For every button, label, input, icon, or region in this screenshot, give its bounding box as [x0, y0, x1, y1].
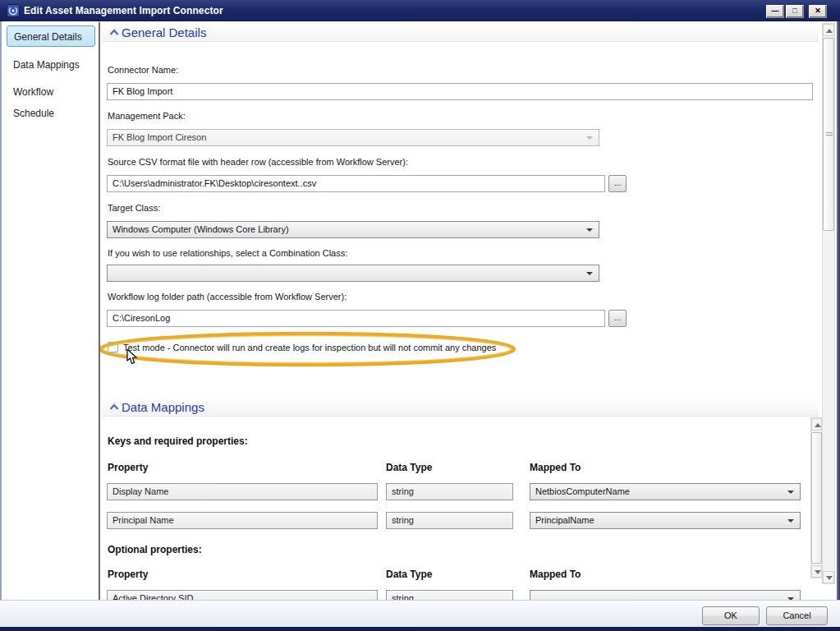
app-icon — [7, 4, 20, 17]
connector-name-label: Connector Name: — [108, 65, 178, 75]
dropdown-arrow-icon — [586, 136, 593, 140]
source-csv-label: Source CSV format file with header row (… — [108, 157, 408, 167]
data-mappings-scrollbar[interactable] — [810, 417, 823, 578]
optional-properties-label: Optional properties: — [108, 544, 202, 555]
scroll-down-icon[interactable] — [823, 571, 834, 583]
management-pack-dropdown: FK Blog Import Cireson — [107, 129, 599, 146]
main-content: General Details Connector Name: FK Blog … — [100, 22, 837, 600]
test-mode-label[interactable]: Test mode - Connector will run and creat… — [123, 343, 496, 352]
title-bar[interactable]: Edit Asset Management Import Connector —… — [0, 0, 840, 21]
workflow-log-label: Workflow log folder path (accessible fro… — [108, 292, 347, 302]
connector-name-input[interactable]: FK Blog Import — [107, 83, 813, 100]
dropdown-arrow-icon — [787, 519, 794, 523]
column-header-mappedto: Mapped To — [530, 462, 581, 473]
general-details-section-header[interactable]: General Details — [102, 23, 819, 42]
property-field: Display Name — [107, 483, 378, 500]
window-border-bottom — [0, 627, 840, 631]
column-header-property: Property — [108, 462, 148, 473]
keys-required-label: Keys and required properties: — [108, 435, 248, 447]
sidebar: General Details Data Mappings Workflow S… — [2, 22, 99, 600]
scrollbar-thumb[interactable] — [811, 432, 822, 564]
scroll-up-icon[interactable] — [823, 24, 834, 36]
datatype-field: string — [386, 590, 513, 600]
section-title: General Details — [122, 25, 206, 39]
window-title: Edit Asset Management Import Connector — [24, 5, 223, 16]
mapped-to-dropdown[interactable]: NetbiosComputerName — [530, 483, 801, 500]
column-header-mappedto: Mapped To — [530, 569, 581, 580]
column-header-datatype: Data Type — [386, 569, 432, 580]
column-header-property: Property — [108, 569, 148, 580]
data-mappings-section-header[interactable]: Data Mappings — [102, 398, 819, 417]
sidebar-item-data-mappings[interactable]: Data Mappings — [7, 54, 95, 76]
sidebar-item-workflow-schedule[interactable]: Workflow Schedule — [7, 81, 95, 103]
property-field: Active Directory SID — [107, 590, 378, 600]
combination-class-dropdown[interactable] — [107, 265, 599, 282]
datatype-field: string — [386, 483, 513, 500]
management-pack-label: Management Pack: — [108, 111, 186, 121]
minimize-button[interactable]: — — [766, 5, 784, 18]
scroll-down-icon[interactable] — [811, 565, 822, 578]
collapse-chevron-icon[interactable] — [109, 29, 119, 36]
combination-class-label: If you wish to use relationships, select… — [108, 248, 347, 258]
footer-bar: OK Cancel — [0, 600, 840, 627]
workflow-log-input[interactable]: C:\CiresonLog — [107, 310, 605, 327]
scroll-up-icon[interactable] — [811, 418, 822, 431]
column-header-datatype: Data Type — [386, 462, 432, 473]
dropdown-arrow-icon — [586, 272, 593, 275]
cancel-button[interactable]: Cancel — [766, 606, 828, 625]
dialog-window: Edit Asset Management Import Connector —… — [0, 0, 840, 631]
workflow-log-browse-button[interactable]: ... — [608, 310, 627, 327]
close-button[interactable]: ✕ — [809, 5, 827, 18]
sidebar-item-general-details[interactable]: General Details — [7, 25, 95, 47]
section-title: Data Mappings — [122, 400, 204, 414]
target-class-label: Target Class: — [108, 203, 160, 213]
source-csv-browse-button[interactable]: ... — [608, 175, 627, 192]
dropdown-arrow-icon — [586, 228, 593, 232]
mapped-to-dropdown[interactable] — [530, 590, 801, 600]
ok-button[interactable]: OK — [702, 606, 760, 625]
property-field: Principal Name — [107, 512, 378, 529]
window-border-right — [837, 21, 840, 627]
mapped-to-dropdown[interactable]: PrincipalName — [530, 512, 801, 529]
target-class-dropdown[interactable]: Windows Computer (Windows Core Library) — [107, 221, 599, 238]
dropdown-arrow-icon — [787, 491, 794, 494]
datatype-field: string — [386, 512, 513, 529]
scrollbar-thumb[interactable] — [823, 38, 834, 231]
source-csv-input[interactable]: C:\Users\administrator.FK\Desktop\cireso… — [107, 175, 605, 192]
general-details-scrollbar[interactable] — [822, 23, 835, 584]
collapse-chevron-icon[interactable] — [109, 403, 119, 411]
maximize-button[interactable]: □ — [786, 5, 804, 18]
test-mode-checkbox[interactable] — [108, 342, 118, 352]
